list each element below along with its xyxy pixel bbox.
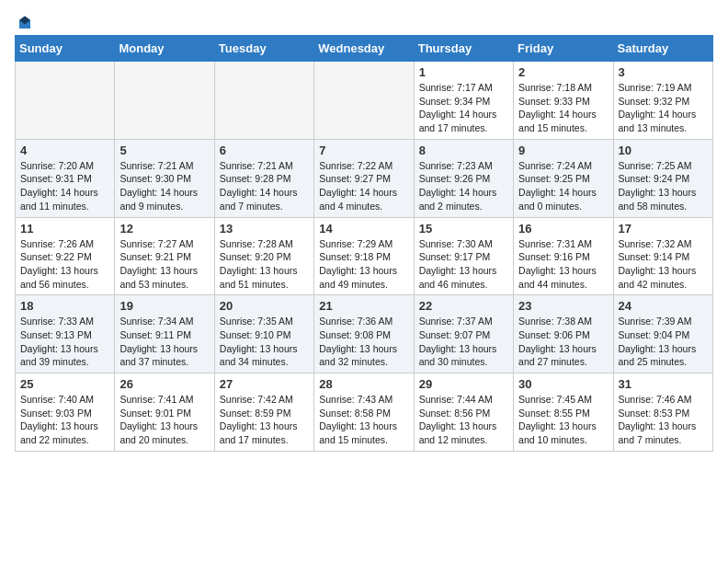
- calendar-cell: 31Sunrise: 7:46 AM Sunset: 8:53 PM Dayli…: [613, 373, 712, 452]
- calendar-cell: 2Sunrise: 7:18 AM Sunset: 9:33 PM Daylig…: [514, 62, 613, 140]
- day-info: Sunrise: 7:31 AM Sunset: 9:16 PM Dayligh…: [518, 237, 608, 292]
- day-number: 9: [518, 144, 608, 157]
- day-info: Sunrise: 7:25 AM Sunset: 9:24 PM Dayligh…: [619, 159, 708, 213]
- day-info: Sunrise: 7:27 AM Sunset: 9:21 PM Dayligh…: [119, 237, 209, 292]
- weekday-header: Thursday: [414, 36, 513, 62]
- logo: [15, 15, 33, 28]
- day-number: 18: [20, 299, 109, 313]
- calendar-cell: 25Sunrise: 7:40 AM Sunset: 9:03 PM Dayli…: [16, 373, 115, 452]
- weekday-header: Saturday: [613, 36, 712, 62]
- calendar-cell: 14Sunrise: 7:29 AM Sunset: 9:18 PM Dayli…: [314, 217, 414, 295]
- day-info: Sunrise: 7:32 AM Sunset: 9:14 PM Dayligh…: [619, 237, 708, 292]
- day-number: 10: [619, 144, 708, 157]
- day-number: 5: [119, 144, 209, 157]
- day-number: 26: [119, 377, 209, 391]
- day-info: Sunrise: 7:40 AM Sunset: 9:03 PM Dayligh…: [20, 393, 109, 447]
- day-info: Sunrise: 7:24 AM Sunset: 9:25 PM Dayligh…: [518, 159, 608, 213]
- calendar-cell: 22Sunrise: 7:37 AM Sunset: 9:07 PM Dayli…: [414, 295, 513, 373]
- day-info: Sunrise: 7:21 AM Sunset: 9:28 PM Dayligh…: [220, 159, 309, 213]
- calendar-week-row: 4Sunrise: 7:20 AM Sunset: 9:31 PM Daylig…: [16, 139, 713, 217]
- day-info: Sunrise: 7:44 AM Sunset: 8:56 PM Dayligh…: [419, 393, 508, 447]
- day-info: Sunrise: 7:45 AM Sunset: 8:55 PM Dayligh…: [518, 393, 608, 447]
- weekday-header: Wednesday: [314, 36, 414, 62]
- page-header: [15, 15, 713, 28]
- calendar-cell: 3Sunrise: 7:19 AM Sunset: 9:32 PM Daylig…: [613, 62, 712, 140]
- day-number: 2: [518, 65, 608, 79]
- day-number: 30: [518, 377, 608, 391]
- calendar-cell: 30Sunrise: 7:45 AM Sunset: 8:55 PM Dayli…: [514, 373, 613, 452]
- day-info: Sunrise: 7:28 AM Sunset: 9:20 PM Dayligh…: [220, 237, 309, 292]
- calendar-cell: 6Sunrise: 7:21 AM Sunset: 9:28 PM Daylig…: [214, 139, 313, 217]
- weekday-header: Friday: [514, 36, 613, 62]
- day-info: Sunrise: 7:36 AM Sunset: 9:08 PM Dayligh…: [319, 315, 408, 369]
- calendar-cell: 15Sunrise: 7:30 AM Sunset: 9:17 PM Dayli…: [414, 217, 513, 295]
- day-info: Sunrise: 7:43 AM Sunset: 8:58 PM Dayligh…: [319, 393, 408, 447]
- calendar-cell: 27Sunrise: 7:42 AM Sunset: 8:59 PM Dayli…: [214, 373, 313, 452]
- calendar-header-row: SundayMondayTuesdayWednesdayThursdayFrid…: [16, 36, 713, 62]
- day-number: 29: [419, 377, 508, 391]
- calendar-cell: 24Sunrise: 7:39 AM Sunset: 9:04 PM Dayli…: [613, 295, 712, 373]
- day-info: Sunrise: 7:26 AM Sunset: 9:22 PM Dayligh…: [20, 237, 109, 292]
- day-info: Sunrise: 7:17 AM Sunset: 9:34 PM Dayligh…: [419, 81, 508, 135]
- day-number: 3: [619, 65, 708, 79]
- day-number: 31: [619, 377, 708, 391]
- day-number: 4: [20, 144, 109, 157]
- calendar-cell: 11Sunrise: 7:26 AM Sunset: 9:22 PM Dayli…: [16, 217, 115, 295]
- day-info: Sunrise: 7:34 AM Sunset: 9:11 PM Dayligh…: [119, 315, 209, 369]
- day-info: Sunrise: 7:21 AM Sunset: 9:30 PM Dayligh…: [119, 159, 209, 213]
- day-number: 20: [220, 299, 309, 313]
- day-number: 25: [20, 377, 109, 391]
- calendar-cell: [16, 62, 115, 140]
- calendar-cell: 9Sunrise: 7:24 AM Sunset: 9:25 PM Daylig…: [514, 139, 613, 217]
- calendar-cell: 1Sunrise: 7:17 AM Sunset: 9:34 PM Daylig…: [414, 62, 513, 140]
- day-info: Sunrise: 7:33 AM Sunset: 9:13 PM Dayligh…: [20, 315, 109, 369]
- day-info: Sunrise: 7:19 AM Sunset: 9:32 PM Dayligh…: [619, 81, 708, 135]
- calendar-cell: 17Sunrise: 7:32 AM Sunset: 9:14 PM Dayli…: [613, 217, 712, 295]
- calendar-cell: 21Sunrise: 7:36 AM Sunset: 9:08 PM Dayli…: [314, 295, 414, 373]
- day-number: 8: [419, 144, 508, 157]
- calendar-cell: 18Sunrise: 7:33 AM Sunset: 9:13 PM Dayli…: [16, 295, 115, 373]
- calendar-cell: 16Sunrise: 7:31 AM Sunset: 9:16 PM Dayli…: [514, 217, 613, 295]
- day-number: 13: [220, 222, 309, 236]
- day-info: Sunrise: 7:29 AM Sunset: 9:18 PM Dayligh…: [319, 237, 408, 292]
- calendar-cell: 28Sunrise: 7:43 AM Sunset: 8:58 PM Dayli…: [314, 373, 414, 452]
- day-number: 23: [518, 299, 608, 313]
- calendar-week-row: 25Sunrise: 7:40 AM Sunset: 9:03 PM Dayli…: [16, 373, 713, 452]
- calendar-cell: 29Sunrise: 7:44 AM Sunset: 8:56 PM Dayli…: [414, 373, 513, 452]
- calendar-cell: 13Sunrise: 7:28 AM Sunset: 9:20 PM Dayli…: [214, 217, 313, 295]
- calendar-week-row: 18Sunrise: 7:33 AM Sunset: 9:13 PM Dayli…: [16, 295, 713, 373]
- day-number: 16: [518, 222, 608, 236]
- day-info: Sunrise: 7:35 AM Sunset: 9:10 PM Dayligh…: [220, 315, 309, 369]
- calendar-cell: 5Sunrise: 7:21 AM Sunset: 9:30 PM Daylig…: [115, 139, 214, 217]
- day-info: Sunrise: 7:38 AM Sunset: 9:06 PM Dayligh…: [518, 315, 608, 369]
- day-info: Sunrise: 7:42 AM Sunset: 8:59 PM Dayligh…: [220, 393, 309, 447]
- calendar-cell: [115, 62, 214, 140]
- day-number: 27: [220, 377, 309, 391]
- day-number: 12: [119, 222, 209, 236]
- day-info: Sunrise: 7:41 AM Sunset: 9:01 PM Dayligh…: [119, 393, 209, 447]
- day-number: 1: [419, 65, 508, 79]
- day-info: Sunrise: 7:22 AM Sunset: 9:27 PM Dayligh…: [319, 159, 408, 213]
- calendar-table: SundayMondayTuesdayWednesdayThursdayFrid…: [15, 35, 713, 452]
- logo-icon: [17, 15, 33, 31]
- day-number: 6: [220, 144, 309, 157]
- calendar-week-row: 1Sunrise: 7:17 AM Sunset: 9:34 PM Daylig…: [16, 62, 713, 140]
- calendar-week-row: 11Sunrise: 7:26 AM Sunset: 9:22 PM Dayli…: [16, 217, 713, 295]
- calendar-cell: 20Sunrise: 7:35 AM Sunset: 9:10 PM Dayli…: [214, 295, 313, 373]
- calendar-cell: 10Sunrise: 7:25 AM Sunset: 9:24 PM Dayli…: [613, 139, 712, 217]
- day-info: Sunrise: 7:23 AM Sunset: 9:26 PM Dayligh…: [419, 159, 508, 213]
- calendar-cell: 4Sunrise: 7:20 AM Sunset: 9:31 PM Daylig…: [16, 139, 115, 217]
- day-number: 11: [20, 222, 109, 236]
- weekday-header: Sunday: [16, 36, 115, 62]
- day-number: 24: [619, 299, 708, 313]
- calendar-cell: [314, 62, 414, 140]
- calendar-cell: 19Sunrise: 7:34 AM Sunset: 9:11 PM Dayli…: [115, 295, 214, 373]
- weekday-header: Tuesday: [214, 36, 313, 62]
- calendar-cell: 7Sunrise: 7:22 AM Sunset: 9:27 PM Daylig…: [314, 139, 414, 217]
- day-info: Sunrise: 7:37 AM Sunset: 9:07 PM Dayligh…: [419, 315, 508, 369]
- calendar-cell: 26Sunrise: 7:41 AM Sunset: 9:01 PM Dayli…: [115, 373, 214, 452]
- day-number: 17: [619, 222, 708, 236]
- calendar-cell: 23Sunrise: 7:38 AM Sunset: 9:06 PM Dayli…: [514, 295, 613, 373]
- day-number: 21: [319, 299, 408, 313]
- day-number: 15: [419, 222, 508, 236]
